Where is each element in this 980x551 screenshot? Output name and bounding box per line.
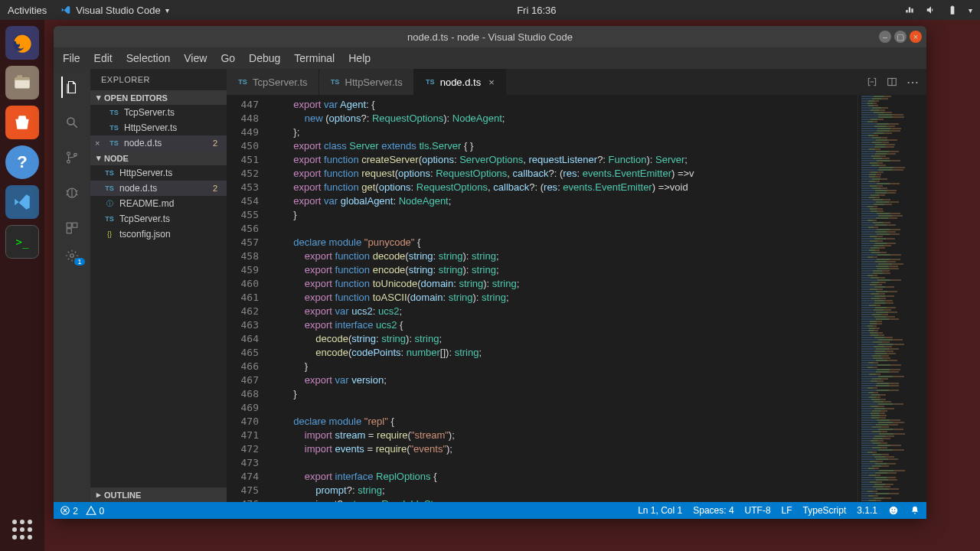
project-header[interactable]: ▾NODE (90, 151, 227, 165)
open-editors-header[interactable]: ▾OPEN EDITORS (90, 90, 227, 105)
svg-point-6 (67, 152, 70, 155)
file-label: TcpServer.ts (124, 107, 175, 118)
indentation-status[interactable]: Spaces: 4 (693, 505, 733, 516)
outline-header[interactable]: ▸OUTLINE (90, 487, 227, 502)
file-tree-item[interactable]: TSTcpServer.ts (90, 211, 227, 227)
network-icon[interactable] (904, 5, 915, 15)
svg-point-18 (70, 254, 74, 258)
menu-go[interactable]: Go (220, 52, 235, 64)
svg-rect-17 (67, 229, 71, 233)
typescript-file-icon: TS (330, 77, 341, 87)
explorer-sidebar: EXPLORER ▾OPEN EDITORS TSTcpServer.tsTSH… (90, 69, 227, 502)
encoding-status[interactable]: UTF-8 (745, 505, 771, 516)
battery-icon[interactable] (947, 5, 958, 15)
vscode-window: node.d.ts - node - Visual Studio Code – … (54, 26, 926, 519)
extensions-activity-icon[interactable] (61, 217, 83, 239)
settings-badge: 1 (74, 258, 84, 266)
close-icon[interactable]: × (95, 139, 100, 148)
typescript-file-icon: TS (109, 122, 119, 133)
editor-tabs: TSTcpServer.tsTSHttpServer.tsTSnode.d.ts… (227, 69, 926, 95)
menu-bar: FileEditSelectionViewGoDebugTerminalHelp (54, 47, 926, 69)
status-bar: 2 0 Ln 1, Col 1 Spaces: 4 UTF-8 LF TypeS… (54, 502, 926, 519)
json-file-icon: {} (104, 229, 115, 240)
chevron-down-icon: ▾ (96, 153, 101, 163)
file-label: HttpServer.ts (124, 122, 177, 133)
svg-rect-16 (73, 223, 77, 227)
software-store-icon[interactable] (5, 106, 39, 139)
system-menu-icon[interactable]: ▾ (969, 6, 972, 15)
eol-status[interactable]: LF (782, 505, 792, 516)
bell-icon[interactable] (910, 505, 920, 516)
typescript-file-icon: TS (104, 168, 115, 178)
menu-file[interactable]: File (63, 52, 80, 64)
menu-edit[interactable]: Edit (94, 52, 113, 64)
more-actions-icon[interactable]: ⋯ (906, 75, 919, 90)
file-label: TcpServer.ts (119, 214, 170, 224)
editor-tab[interactable]: TSTcpServer.ts (227, 69, 319, 95)
menu-terminal[interactable]: Terminal (294, 52, 335, 64)
tab-label: TcpServer.ts (253, 77, 308, 88)
open-editor-item[interactable]: TSTcpServer.ts (90, 105, 227, 120)
vscode-dock-icon[interactable] (5, 185, 39, 219)
cursor-position[interactable]: Ln 1, Col 1 (638, 505, 682, 516)
file-tree-item[interactable]: TSHttpServer.ts (90, 165, 227, 181)
vscode-icon (60, 5, 71, 15)
volume-icon[interactable] (926, 5, 936, 15)
warning-icon (86, 505, 96, 516)
clock[interactable]: Fri 16:36 (169, 5, 904, 16)
menu-debug[interactable]: Debug (249, 52, 280, 64)
problems-status[interactable]: 2 0 (60, 505, 104, 517)
svg-line-5 (74, 124, 77, 128)
typescript-file-icon: TS (109, 138, 119, 148)
minimize-button[interactable]: – (879, 31, 891, 43)
help-icon[interactable]: ? (5, 145, 39, 179)
feedback-icon[interactable] (888, 505, 899, 516)
language-status[interactable]: TypeScript (803, 505, 847, 516)
files-icon[interactable] (5, 66, 39, 99)
ts-version-status[interactable]: 3.1.1 (857, 505, 877, 516)
typescript-file-icon: TS (425, 77, 436, 87)
explorer-activity-icon[interactable] (61, 77, 83, 98)
svg-point-25 (891, 509, 893, 510)
editor-tab[interactable]: TSnode.d.ts× (414, 69, 506, 95)
minimap[interactable] (858, 95, 926, 502)
maximize-button[interactable]: ▢ (894, 31, 906, 43)
file-tree-item[interactable]: ⓘREADME.md (90, 196, 227, 211)
svg-point-24 (890, 507, 898, 515)
file-tree-item[interactable]: {}tsconfig.json (90, 227, 227, 242)
window-titlebar[interactable]: node.d.ts - node - Visual Studio Code – … (54, 26, 926, 47)
top-app-indicator[interactable]: Visual Studio Code ▾ (60, 5, 168, 16)
file-tree-item[interactable]: TSnode.d.ts2 (90, 181, 227, 196)
open-editor-item[interactable]: TSHttpServer.ts (90, 120, 227, 135)
firefox-icon[interactable] (5, 26, 39, 60)
menu-view[interactable]: View (184, 52, 207, 64)
settings-activity-icon[interactable]: 1 (61, 245, 83, 266)
svg-point-4 (67, 118, 74, 125)
search-activity-icon[interactable] (61, 112, 83, 133)
file-label: tsconfig.json (119, 229, 171, 240)
svg-point-7 (67, 160, 70, 163)
tab-label: node.d.ts (440, 77, 482, 88)
close-tab-icon[interactable]: × (488, 77, 495, 88)
code-editor[interactable]: export var Agent: { new (options?: Reque… (270, 95, 858, 502)
menu-help[interactable]: Help (348, 52, 371, 64)
menu-selection[interactable]: Selection (126, 52, 171, 64)
show-apps-icon[interactable] (8, 516, 36, 543)
close-button[interactable]: × (910, 31, 922, 43)
explorer-title: EXPLORER (90, 69, 227, 90)
problems-badge: 2 (213, 184, 220, 193)
open-editor-item[interactable]: ×TSnode.d.ts2 (90, 135, 227, 151)
chevron-right-icon: ▸ (96, 490, 101, 500)
split-editor-icon[interactable] (887, 77, 897, 87)
terminal-icon[interactable]: >_ (5, 225, 39, 259)
tab-label: HttpServer.ts (345, 77, 403, 88)
info-file-icon: ⓘ (104, 198, 115, 209)
compare-icon[interactable] (867, 77, 877, 87)
activities-button[interactable]: Activities (8, 5, 47, 16)
editor-tab[interactable]: TSHttpServer.ts (319, 69, 414, 95)
scm-activity-icon[interactable] (61, 147, 83, 168)
activity-bar: 1 (54, 69, 90, 502)
search-icon (65, 116, 79, 129)
error-icon (60, 505, 70, 516)
debug-activity-icon[interactable] (61, 182, 83, 204)
